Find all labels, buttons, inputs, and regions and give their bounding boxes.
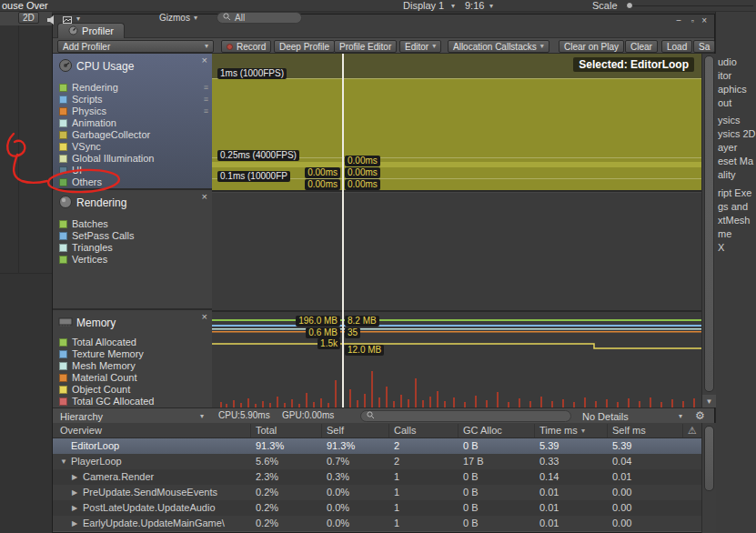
memory-module[interactable]: Memory × Total Allocated Texture Memory … [53,310,212,407]
legend-item-material-count[interactable]: Material Count [59,372,208,383]
gizmos-dropdown[interactable]: Gizmos▾ [159,12,197,24]
color-swatch [59,166,67,175]
legend-item-animation[interactable]: Animation [59,117,208,128]
value-label: 0.00ms [345,167,380,178]
cpu-usage-module[interactable]: CPU Usage × Rendering≡ Scripts≡ Physics≡… [53,54,212,190]
table-row[interactable]: ▶ PostLateUpdate.UpdateAudio 0.2% 0.0% 1… [53,500,701,516]
settings-item[interactable]: ysics 2D [718,128,756,139]
column-header-self[interactable]: Self [327,425,344,436]
settings-item[interactable]: udio [718,56,737,67]
save-button[interactable]: Sa [693,40,715,53]
table-row[interactable]: ▶ PreUpdate.SendMouseEvents 0.2% 0.0% 1 … [53,485,701,500]
table-scrollbar[interactable] [701,423,716,533]
frame-playhead[interactable] [342,54,344,407]
editor-target-dropdown[interactable]: Editor▾ [399,40,441,53]
fold-arrow[interactable]: ▼ [60,458,67,466]
legend-item-ui[interactable]: UI [59,165,208,176]
clear-button[interactable]: Clear [625,40,658,53]
legend-item-total-gc-allocated[interactable]: Total GC Allocated [59,396,208,407]
drag-handle-icon[interactable]: ≡ [204,83,208,92]
settings-item[interactable]: me [718,228,731,239]
fold-arrow[interactable]: ▶ [72,473,77,481]
settings-item[interactable]: ality [718,169,736,180]
audio-toggle-icon[interactable] [45,13,56,29]
table-row[interactable]: ▶ EarlyUpdate.UpdateMainGame\ 0.2% 0.0% … [53,516,701,531]
legend-item-texture-memory[interactable]: Texture Memory [59,348,208,359]
clear-on-play-button[interactable]: Clear on Play [559,40,624,53]
legend-item-global-illumination[interactable]: Global Illumination [59,153,208,164]
allocation-callstacks-dropdown[interactable]: Allocation Callstacks▾ [448,40,549,53]
scrollbar-thumb[interactable] [704,426,714,491]
column-header-overview[interactable]: Overview [60,425,102,436]
legend-item-batches[interactable]: Batches [59,218,208,229]
close-icon[interactable]: × [202,312,207,322]
legend-item-rendering[interactable]: Rendering≡ [59,82,208,93]
cell-self: 0.0% [327,502,349,513]
warnings-column-icon[interactable]: ⚠ [688,425,697,437]
effects-toggle-icon[interactable] [62,13,73,29]
memory-label: 0.6 MB [306,327,340,338]
cell-total: 5.6% [256,456,278,467]
settings-item[interactable]: gs and [718,201,748,212]
column-header-calls[interactable]: Calls [394,425,416,436]
deep-profile-button[interactable]: Deep Profile [274,40,335,53]
legend-item-vsync[interactable]: VSync [59,141,208,152]
settings-item[interactable]: xtMesh [718,215,750,226]
hierarchy-dropdown[interactable]: Hierarchy▾ [56,410,207,422]
legend-item-others[interactable]: Others [59,176,208,187]
legend-item-physics[interactable]: Physics≡ [59,106,208,116]
settings-item[interactable]: X [718,242,724,253]
settings-item[interactable]: ysics [718,115,740,126]
grid-label: 0.1ms (10000FP [217,171,290,182]
column-header-time-ms[interactable]: Time ms [539,425,578,436]
details-search-input[interactable] [360,410,571,422]
rendering-chart[interactable] [212,190,701,310]
legend-item-total-allocated[interactable]: Total Allocated [59,337,208,347]
legend-item-vertices[interactable]: Vertices [59,254,208,265]
legend-item-object-count[interactable]: Object Count [59,384,208,395]
table-row[interactable]: ▶ Camera.Render 2.3% 0.3% 1 0 B 0.14 0.0… [53,469,701,485]
legend-item-scripts[interactable]: Scripts≡ [59,94,208,105]
settings-item[interactable]: eset Ma [718,156,753,166]
scrollbar-thumb[interactable] [704,55,714,392]
scale-slider-knob[interactable] [626,2,633,9]
fold-arrow[interactable]: ▶ [72,519,77,528]
profile-editor-button[interactable]: Profile Editor [334,40,397,53]
scale-slider-track[interactable] [631,5,753,6]
column-header-gc-alloc[interactable]: GC Alloc [463,425,502,436]
column-header-self-ms[interactable]: Self ms [612,425,646,436]
settings-item[interactable]: out [718,97,731,108]
cpu-usage-chart[interactable]: Selected: EditorLoop 1ms (1000FPS) 0.25m… [212,54,701,190]
rendering-module[interactable]: Rendering × Batches SetPass Calls Triang… [53,190,212,310]
column-header-total[interactable]: Total [256,425,277,436]
details-view-dropdown[interactable]: No Details▾ [579,410,686,422]
settings-item[interactable]: aphics [718,84,747,95]
gear-icon[interactable]: ⚙ [695,409,705,422]
aspect-dropdown[interactable]: 9:16 [465,0,484,11]
load-button[interactable]: Load [661,40,692,53]
display-dropdown[interactable]: Display 1 [403,0,444,11]
legend-item-setpass-calls[interactable]: SetPass Calls [59,230,208,241]
record-button[interactable]: Record [221,40,271,53]
settings-item[interactable]: ript Exe [718,187,751,198]
legend-item-garbagecollector[interactable]: GarbageCollector [59,129,208,140]
memory-chart[interactable]: 196.0 MB 0.6 MB 1.5k 8.2 MB 35 12.0 MB [212,310,701,407]
charts-scrollbar[interactable]: ▼ [701,54,716,407]
add-profiler-dropdown[interactable]: Add Profiler▾ [57,40,214,53]
table-row[interactable]: EditorLoop 91.3% 91.3% 2 0 B 5.39 5.39 [53,438,701,454]
settings-item[interactable]: itor [718,70,731,81]
drag-handle-icon[interactable]: ≡ [204,106,208,116]
scene-search-input[interactable]: All [217,12,302,24]
2d-toggle-button[interactable]: 2D [18,12,39,24]
table-row[interactable]: ▼ PlayerLoop 5.6% 0.7% 2 17 B 0.33 0.04 [53,454,701,469]
details-table-header: Overview Total Self Calls GC Alloc Time … [53,423,701,438]
close-icon[interactable]: × [202,192,207,202]
scroll-down-arrow[interactable]: ▼ [702,395,716,407]
fold-arrow[interactable]: ▶ [72,488,77,497]
settings-item[interactable]: ayer [718,142,737,153]
legend-item-mesh-memory[interactable]: Mesh Memory [59,360,208,371]
legend-item-triangles[interactable]: Triangles [59,242,208,253]
drag-handle-icon[interactable]: ≡ [204,95,208,104]
close-icon[interactable]: × [202,55,207,65]
fold-arrow[interactable]: ▶ [72,504,77,512]
